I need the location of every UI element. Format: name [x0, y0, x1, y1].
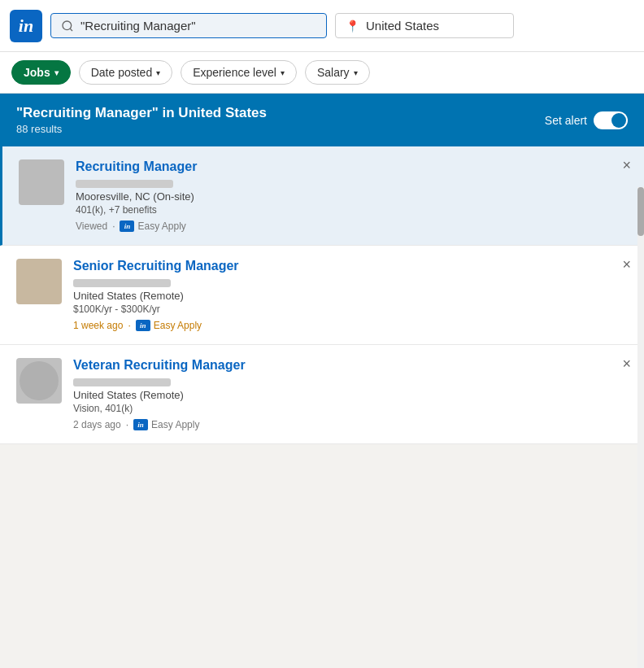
experience-level-filter-button[interactable]: Experience level ▾ [181, 60, 297, 85]
job-viewed-label-1: Viewed [76, 220, 107, 232]
job-logo-3 [16, 358, 62, 404]
job-title-3[interactable]: Veteran Recruiting Manager [73, 358, 628, 373]
svg-point-0 [63, 21, 72, 30]
location-input[interactable] [366, 19, 503, 33]
results-header-left: "Recruiting Manager" in United States 88… [16, 105, 267, 135]
job-company-1 [76, 177, 628, 189]
scrollbar-thumb[interactable] [637, 187, 644, 236]
linkedin-logo-text: in [19, 15, 33, 37]
experience-level-label: Experience level [193, 66, 276, 79]
search-box[interactable] [50, 13, 327, 38]
toggle-knob [611, 113, 626, 128]
dot-separator-2: · [128, 320, 130, 331]
search-input[interactable] [80, 19, 316, 33]
linkedin-badge-3: in [133, 419, 148, 430]
dismiss-button-1[interactable]: × [622, 158, 631, 172]
job-meta-1: Viewed · in Easy Apply [76, 220, 628, 232]
salary-filter-button[interactable]: Salary ▾ [305, 60, 370, 85]
job-logo-2 [16, 259, 62, 304]
dot-separator-3: · [126, 419, 128, 430]
location-pin-icon: 📍 [346, 20, 359, 33]
company-redacted-2 [73, 279, 171, 287]
job-card-2[interactable]: Senior Recruiting Manager United States … [0, 246, 644, 345]
company-redacted-3 [73, 378, 171, 386]
header: in 📍 [0, 0, 644, 52]
svg-line-1 [70, 28, 72, 31]
results-title: "Recruiting Manager" in United States [16, 105, 267, 121]
job-info-3: Veteran Recruiting Manager United States… [73, 358, 628, 430]
company-logo-image-1 [19, 159, 64, 205]
job-time-label-2: 1 week ago [73, 320, 123, 331]
easy-apply-label-2: Easy Apply [154, 320, 202, 331]
dot-separator-1: · [112, 220, 115, 232]
date-posted-label: Date posted [91, 66, 153, 79]
dismiss-button-2[interactable]: × [622, 257, 631, 272]
job-location-1: Mooresville, NC (On-site) [76, 190, 628, 203]
alert-toggle[interactable] [594, 111, 628, 129]
salary-label: Salary [317, 66, 350, 79]
company-redacted-1 [76, 180, 173, 188]
job-company-3 [73, 375, 628, 387]
salary-chevron-icon: ▾ [354, 68, 358, 77]
job-benefits-3: Vision, 401(k) [73, 403, 628, 414]
location-box[interactable]: 📍 [335, 13, 514, 38]
date-posted-filter-button[interactable]: Date posted ▾ [79, 60, 173, 85]
job-location-2: United States (Remote) [73, 290, 628, 302]
dismiss-button-3[interactable]: × [622, 356, 631, 371]
job-info-2: Senior Recruiting Manager United States … [73, 259, 628, 331]
results-header: "Recruiting Manager" in United States 88… [0, 94, 644, 146]
job-meta-2: 1 week ago · in Easy Apply [73, 320, 628, 331]
job-title-1[interactable]: Recruiting Manager [76, 159, 628, 174]
job-info-1: Recruiting Manager Mooresville, NC (On-s… [76, 159, 628, 232]
results-count: 88 results [16, 123, 267, 135]
jobs-filter-button[interactable]: Jobs ▾ [11, 60, 71, 85]
search-icon [61, 20, 74, 33]
company-logo-image-3 [20, 361, 59, 400]
job-logo-1 [19, 159, 64, 205]
job-time-label-3: 2 days ago [73, 419, 121, 430]
job-list: Recruiting Manager Mooresville, NC (On-s… [0, 146, 644, 444]
job-benefits-1: 401(k), +7 benefits [76, 204, 628, 216]
job-company-2 [73, 276, 628, 288]
alert-area: Set alert [545, 111, 628, 129]
job-location-3: United States (Remote) [73, 389, 628, 401]
easy-apply-label-3: Easy Apply [151, 419, 199, 430]
linkedin-badge-1: in [120, 220, 134, 232]
jobs-chevron-icon: ▾ [54, 68, 59, 77]
job-card-3[interactable]: Veteran Recruiting Manager United States… [0, 345, 644, 444]
easy-apply-label-1: Easy Apply [137, 220, 185, 232]
linkedin-badge-2: in [136, 320, 150, 331]
scrollbar-track [637, 187, 644, 668]
jobs-filter-label: Jobs [24, 66, 50, 79]
job-card-1[interactable]: Recruiting Manager Mooresville, NC (On-s… [0, 146, 644, 246]
date-posted-chevron-icon: ▾ [156, 68, 160, 77]
job-meta-3: 2 days ago · in Easy Apply [73, 419, 628, 430]
filter-bar: Jobs ▾ Date posted ▾ Experience level ▾ … [0, 52, 644, 94]
linkedin-logo[interactable]: in [10, 10, 42, 42]
job-salary-2: $100K/yr - $300K/yr [73, 303, 628, 315]
set-alert-label: Set alert [545, 114, 587, 127]
company-logo-image-2 [16, 259, 62, 304]
experience-level-chevron-icon: ▾ [281, 68, 285, 77]
job-title-2[interactable]: Senior Recruiting Manager [73, 259, 628, 273]
